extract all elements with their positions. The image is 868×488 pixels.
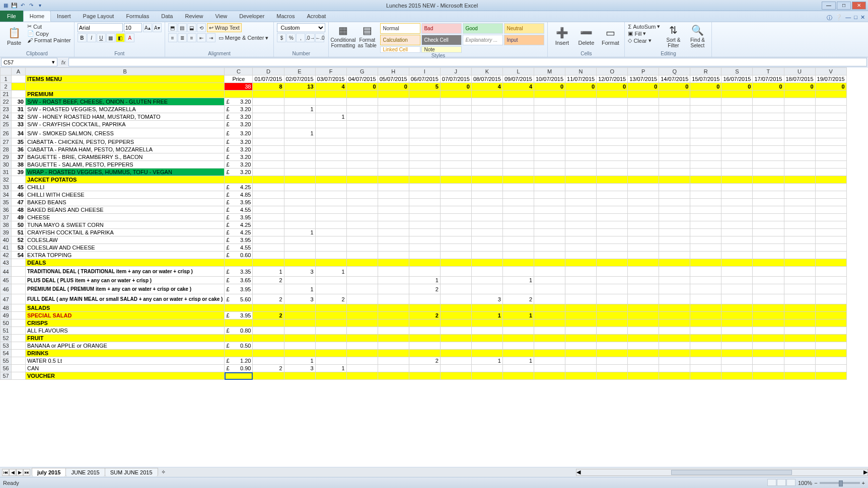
dec-dec-icon[interactable]: ←.0 [315, 33, 324, 42]
style-explanatory[interactable]: Explanatory ... [463, 35, 503, 45]
ribbon-minimize-icon[interactable]: ⓘ [827, 14, 832, 22]
comma-icon[interactable]: , [296, 33, 305, 42]
group-styles: ▦Conditional Formatting ▤Format as Table… [329, 22, 548, 57]
paste-button[interactable]: 📋Paste [3, 23, 25, 49]
delete-cells-button[interactable]: ➖Delete [575, 23, 597, 49]
font-name-select[interactable] [78, 23, 123, 32]
tab-home[interactable]: Home [23, 11, 51, 22]
style-input[interactable]: Input [504, 35, 544, 45]
group-number: Custom $%,.0→←.0 Number [274, 22, 329, 57]
orientation-icon[interactable]: ⟲ [197, 23, 206, 32]
tab-data[interactable]: Data [155, 11, 179, 22]
group-editing: ΣAutoSum▾ ▣Fill▾ ◇Clear▾ ⇅Sort & Filter … [625, 22, 712, 57]
undo-icon[interactable]: ↶ [19, 2, 26, 9]
percent-icon[interactable]: % [286, 33, 296, 42]
cut-button[interactable]: ✂Cut [27, 23, 71, 30]
formula-input[interactable] [68, 58, 867, 66]
group-cells: ➕Insert ➖Delete ▭Format Cells [548, 22, 625, 57]
style-calculation[interactable]: Calculation [380, 35, 420, 45]
fx-icon[interactable]: fx [58, 59, 68, 65]
maximize-button[interactable]: □ [837, 2, 851, 10]
align-left-icon[interactable]: ≡ [168, 33, 177, 42]
style-good[interactable]: Good [463, 23, 503, 34]
group-font: A▴A▾ B I U ▦ ◧ A Font [75, 22, 165, 57]
inc-dec-icon[interactable]: .0→ [306, 33, 315, 42]
tab-page-layout[interactable]: Page Layout [77, 11, 120, 22]
conditional-formatting-button[interactable]: ▦Conditional Formatting [332, 23, 354, 49]
bold-button[interactable]: B [78, 33, 87, 42]
excel-icon: ▦ [2, 2, 9, 9]
tab-acrobat[interactable]: Acrobat [301, 11, 332, 22]
wrap-text-button[interactable]: ↩Wrap Text [207, 23, 242, 32]
align-center-icon[interactable]: ≣ [178, 33, 187, 42]
style-note[interactable]: Note [421, 46, 462, 53]
title-bar: ▦ 💾 ↶ ↷ ▾ Lunches 2015 NEW - Microsoft E… [0, 0, 868, 11]
autosum-button[interactable]: ΣAutoSum▾ [628, 23, 660, 30]
group-alignment: ⬒▤⬓⟲ ↩Wrap Text ≡≣≡⇤⇥ ▭Merge & Center▾ A… [165, 22, 274, 57]
inner-min-icon[interactable]: — [845, 14, 851, 22]
style-neutral[interactable]: Neutral [504, 23, 544, 34]
cell-styles-gallery[interactable]: Normal Bad Good Neutral Calculation Chec… [380, 23, 544, 53]
align-right-icon[interactable]: ≡ [187, 33, 196, 42]
font-color-button[interactable]: A [125, 33, 134, 42]
tab-view[interactable]: View [209, 11, 234, 22]
shrink-font-icon[interactable]: A▾ [153, 23, 162, 32]
format-as-table-button[interactable]: ▤Format as Table [356, 23, 378, 49]
tab-macros[interactable]: Macros [270, 11, 301, 22]
help-icon[interactable]: ❔ [835, 14, 842, 22]
style-check-cell[interactable]: Check Cell [421, 35, 462, 45]
close-button[interactable]: ✕ [852, 2, 866, 10]
tab-file[interactable]: File [0, 11, 23, 22]
tab-review[interactable]: Review [179, 11, 209, 22]
number-format-select[interactable]: Custom [277, 23, 325, 32]
tab-formulas[interactable]: Formulas [120, 11, 155, 22]
format-painter-button[interactable]: 🖌Format Painter [27, 37, 71, 43]
indent-dec-icon[interactable]: ⇤ [197, 33, 206, 42]
inner-max-icon[interactable]: □ [854, 14, 857, 22]
sort-filter-button[interactable]: ⇅Sort & Filter [662, 23, 684, 49]
format-cells-button[interactable]: ▭Format [599, 23, 621, 49]
border-button[interactable]: ▦ [106, 33, 115, 42]
indent-inc-icon[interactable]: ⇥ [206, 33, 215, 42]
save-icon[interactable]: 💾 [11, 2, 18, 9]
copy-button[interactable]: 📄Copy [27, 30, 71, 37]
italic-button[interactable]: I [87, 33, 96, 42]
fill-color-button[interactable]: ◧ [116, 33, 125, 42]
redo-icon[interactable]: ↷ [28, 2, 35, 9]
minimize-button[interactable]: — [822, 2, 836, 10]
grow-font-icon[interactable]: A▴ [143, 23, 152, 32]
insert-cells-button[interactable]: ➕Insert [551, 23, 573, 49]
font-size-select[interactable] [124, 23, 142, 32]
tab-insert[interactable]: Insert [51, 11, 77, 22]
find-select-button[interactable]: 🔍Find & Select [686, 23, 708, 49]
currency-icon[interactable]: $ [277, 33, 286, 42]
merge-center-button[interactable]: ▭Merge & Center▾ [216, 33, 271, 42]
name-box[interactable]: C57▾ [1, 58, 57, 66]
style-normal[interactable]: Normal [380, 23, 420, 34]
ribbon: 📋Paste ✂Cut 📄Copy 🖌Format Painter Clipbo… [0, 22, 868, 57]
align-top-icon[interactable]: ⬒ [168, 23, 177, 32]
style-linked-cell[interactable]: Linked Cell [380, 46, 420, 53]
clear-button[interactable]: ◇Clear▾ [628, 37, 660, 44]
window-title: Lunches 2015 NEW - Microsoft Excel [386, 3, 478, 9]
formula-bar: C57▾ fx [0, 57, 868, 67]
group-clipboard: 📋Paste ✂Cut 📄Copy 🖌Format Painter Clipbo… [0, 22, 75, 57]
align-bottom-icon[interactable]: ⬓ [187, 23, 196, 32]
ribbon-tabs: File Home Insert Page Layout Formulas Da… [0, 11, 868, 22]
style-bad[interactable]: Bad [421, 23, 462, 34]
qat-more-icon[interactable]: ▾ [36, 2, 43, 9]
tab-developer[interactable]: Developer [233, 11, 270, 22]
inner-close-icon[interactable]: ✕ [860, 14, 865, 22]
align-middle-icon[interactable]: ▤ [178, 23, 187, 32]
fill-button[interactable]: ▣Fill▾ [628, 30, 660, 37]
underline-button[interactable]: U [97, 33, 106, 42]
